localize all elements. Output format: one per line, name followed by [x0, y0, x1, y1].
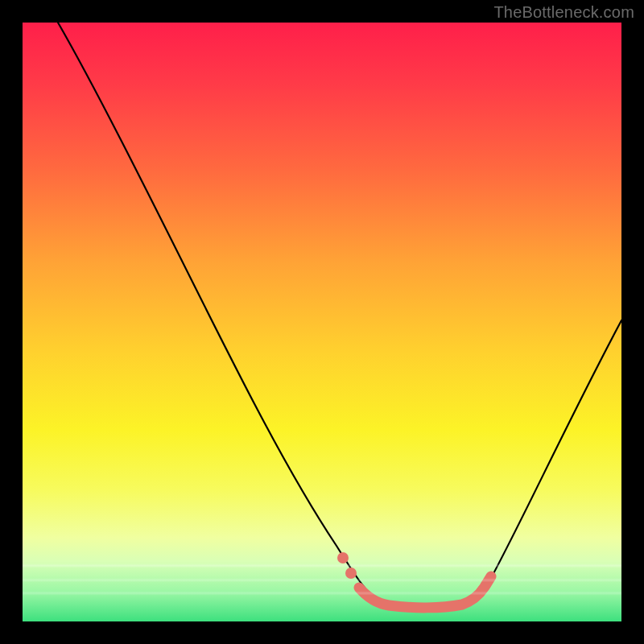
curve-svg [23, 23, 621, 621]
chart-frame: TheBottleneck.com [0, 0, 644, 644]
highlight-segment [359, 576, 491, 608]
watermark-text: TheBottleneck.com [493, 3, 634, 22]
highlight-dot-1 [337, 552, 349, 564]
plot-area [23, 23, 621, 621]
bottleneck-curve [58, 23, 621, 608]
highlight-dot-2 [345, 568, 357, 579]
